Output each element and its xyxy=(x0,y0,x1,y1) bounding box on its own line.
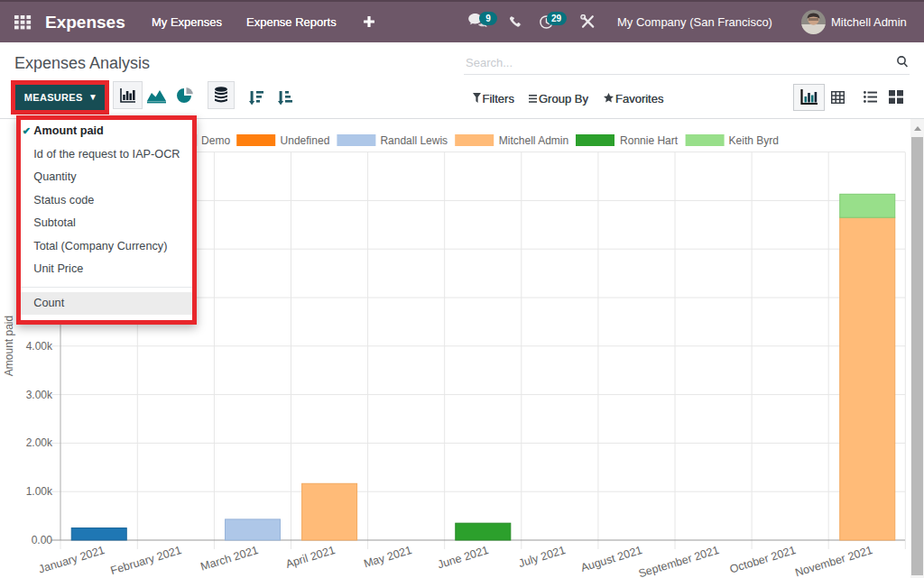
svg-text:Ronnie Hart: Ronnie Hart xyxy=(620,134,679,147)
svg-text:2.00k: 2.00k xyxy=(26,436,53,449)
svg-text:February 2021: February 2021 xyxy=(109,544,183,577)
svg-text:Undefined: Undefined xyxy=(281,134,330,147)
svg-text:October 2021: October 2021 xyxy=(728,544,798,576)
svg-text:Demo: Demo xyxy=(201,134,230,147)
svg-text:4.00k: 4.00k xyxy=(26,340,53,353)
svg-text:0.00: 0.00 xyxy=(32,534,53,546)
svg-text:June 2021: June 2021 xyxy=(436,544,490,571)
svg-text:August 2021: August 2021 xyxy=(579,544,643,574)
svg-text:Keith Byrd: Keith Byrd xyxy=(729,134,779,147)
svg-text:November 2021: November 2021 xyxy=(793,544,873,578)
svg-text:September 2021: September 2021 xyxy=(637,544,721,578)
svg-text:May 2021: May 2021 xyxy=(362,544,413,570)
svg-text:January 2021: January 2021 xyxy=(37,544,106,576)
svg-text:March 2021: March 2021 xyxy=(199,544,260,573)
svg-text:July 2021: July 2021 xyxy=(517,544,567,570)
svg-text:Mitchell Admin: Mitchell Admin xyxy=(499,134,568,147)
svg-text:April 2021: April 2021 xyxy=(284,544,337,571)
svg-text:Randall Lewis: Randall Lewis xyxy=(380,134,448,147)
svg-text:Amount paid: Amount paid xyxy=(3,316,15,376)
svg-text:1.00k: 1.00k xyxy=(26,485,53,498)
svg-text:3.00k: 3.00k xyxy=(26,389,53,401)
